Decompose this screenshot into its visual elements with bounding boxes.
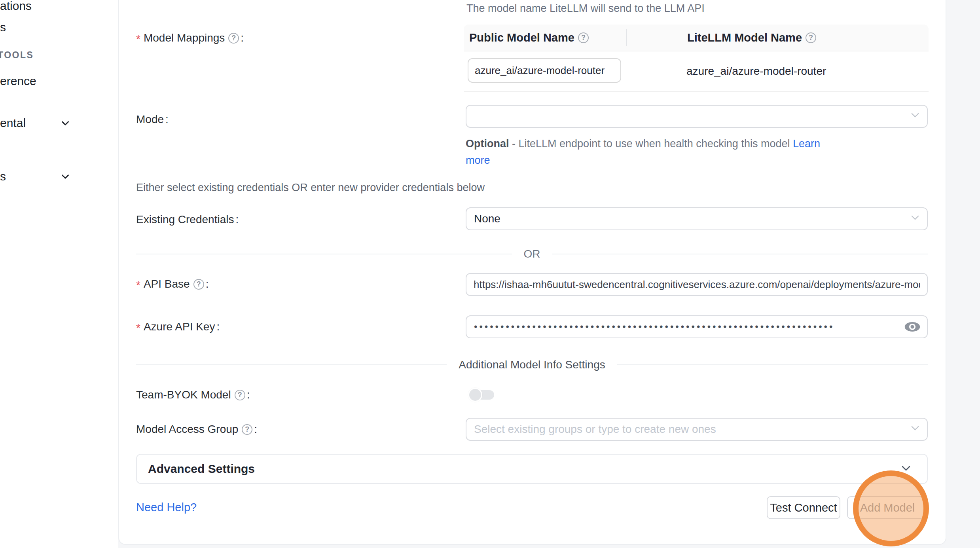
team-byok-label: Team-BYOK Model ? : <box>136 388 250 402</box>
model-mappings-table-header: Public Model Name ? LiteLLM Model Name ? <box>464 25 929 51</box>
required-asterisk: * <box>136 277 140 291</box>
column-litellm-model-name: LiteLLM Model Name ? <box>626 31 816 44</box>
chevron-down-icon <box>910 212 921 226</box>
sidebar-item-logs[interactable]: s <box>0 21 6 34</box>
test-connect-button[interactable]: Test Connect <box>767 496 840 519</box>
team-byok-toggle[interactable] <box>468 388 494 402</box>
model-mappings-label: * Model Mappings ? : <box>136 31 244 45</box>
learn-more-link[interactable]: more <box>466 154 490 166</box>
sidebar-item-organizations[interactable]: ations <box>0 0 32 13</box>
additional-info-divider: Additional Model Info Settings <box>136 358 928 371</box>
litellm-model-name-value: azure_ai/azure-model-router <box>686 51 826 91</box>
mode-select[interactable] <box>466 105 928 128</box>
eye-icon[interactable] <box>904 320 921 333</box>
sidebar-item-api-reference[interactable]: erence <box>0 74 36 88</box>
help-question-icon[interactable]: ? <box>806 32 816 43</box>
select-placeholder: Select existing groups or type to create… <box>474 423 716 436</box>
sidebar: ations s TOOLS erence ental s <box>0 0 118 548</box>
api-base-label: * API Base ? : <box>136 277 209 291</box>
help-question-icon[interactable]: ? <box>193 279 204 290</box>
toggle-knob <box>468 388 482 402</box>
help-question-icon[interactable]: ? <box>578 32 589 43</box>
model-mappings-table: Public Model Name ? LiteLLM Model Name ?… <box>464 25 929 92</box>
chevron-down-icon[interactable] <box>60 118 70 128</box>
public-model-name-input[interactable] <box>468 58 621 83</box>
chevron-down-icon <box>910 423 921 436</box>
sidebar-item-settings[interactable]: s <box>0 170 6 183</box>
need-help-link[interactable]: Need Help? <box>136 501 197 514</box>
learn-more-link[interactable]: Learn <box>793 138 820 150</box>
column-public-model-name: Public Model Name ? <box>464 31 626 44</box>
model-access-group-select[interactable]: Select existing groups or type to create… <box>466 418 928 441</box>
advanced-settings-panel[interactable]: Advanced Settings <box>136 454 928 484</box>
mode-label: Mode : <box>136 112 169 127</box>
column-divider <box>626 29 627 46</box>
credentials-note: Either select existing credentials OR en… <box>136 182 485 194</box>
model-access-group-label: Model Access Group ? : <box>136 422 257 436</box>
chevron-down-icon <box>910 110 921 123</box>
help-question-icon[interactable]: ? <box>228 33 239 44</box>
model-mappings-table-row: azure_ai/azure-model-router <box>464 51 929 92</box>
existing-credentials-label: Existing Credentials : <box>136 212 239 227</box>
required-asterisk: * <box>136 31 140 45</box>
masked-password-value: ••••••••••••••••••••••••••••••••••••••••… <box>474 321 834 332</box>
add-model-page: ations s TOOLS erence ental s The model … <box>0 0 980 548</box>
required-asterisk: * <box>136 320 140 334</box>
azure-api-key-label: * Azure API Key : <box>136 320 220 334</box>
advanced-settings-title: Advanced Settings <box>148 462 255 476</box>
or-divider: OR <box>136 248 928 260</box>
mode-helper-text: Optional - LiteLLM endpoint to use when … <box>466 135 917 169</box>
chevron-down-icon[interactable] <box>60 171 70 182</box>
sidebar-item-experimental[interactable]: ental <box>0 116 26 130</box>
litellm-model-name-note: The model name LiteLLM will send to the … <box>466 2 705 15</box>
api-base-input[interactable] <box>466 273 928 296</box>
existing-credentials-select[interactable]: None <box>466 207 928 230</box>
help-question-icon[interactable]: ? <box>235 390 245 400</box>
azure-api-key-input[interactable]: ••••••••••••••••••••••••••••••••••••••••… <box>466 315 928 338</box>
click-highlight-annotation <box>853 470 929 546</box>
sidebar-section-tools: TOOLS <box>0 50 34 61</box>
help-question-icon[interactable]: ? <box>242 424 252 435</box>
